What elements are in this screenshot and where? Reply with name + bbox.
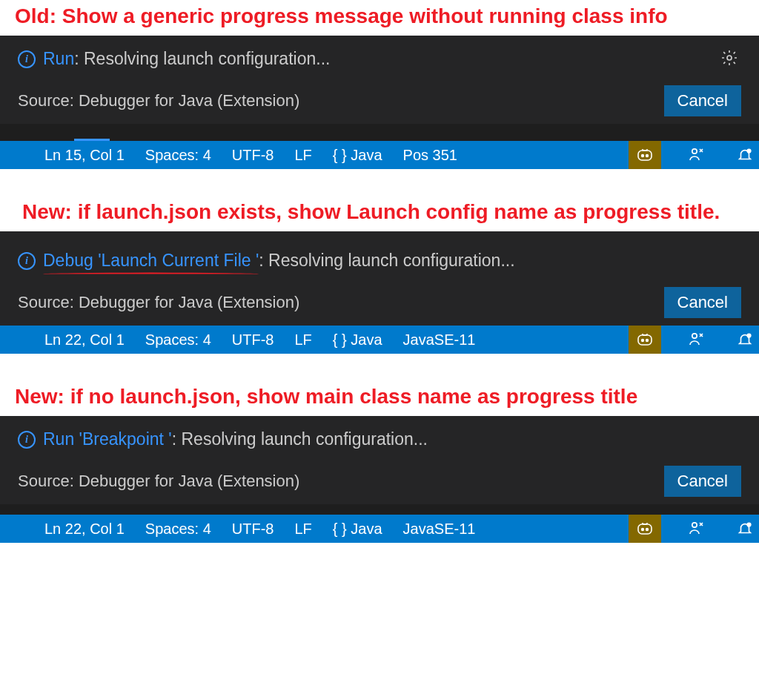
- svg-point-14: [692, 523, 697, 527]
- section-old: Old: Show a generic progress message wit…: [0, 0, 759, 169]
- info-icon: i: [18, 431, 36, 449]
- notification-old: i Run: Resolving launch configuration...…: [0, 36, 759, 124]
- notification-source: Source: Debugger for Java (Extension): [18, 293, 299, 312]
- notification-new1: i Debug 'Launch Current File ': Resolvin…: [0, 231, 759, 326]
- editor-strip: [0, 124, 759, 141]
- svg-point-8: [646, 340, 649, 342]
- cancel-button[interactable]: Cancel: [664, 85, 741, 116]
- status-eol[interactable]: LF: [294, 147, 311, 164]
- svg-point-5: [747, 149, 751, 153]
- svg-rect-1: [638, 151, 652, 160]
- svg-point-7: [642, 340, 644, 342]
- svg-point-9: [692, 334, 697, 338]
- title-rest: : Resolving launch configuration...: [259, 251, 514, 270]
- title-prefix: Run: [43, 49, 74, 68]
- svg-point-15: [747, 523, 751, 526]
- copilot-icon[interactable]: [629, 515, 661, 543]
- bell-icon[interactable]: [731, 326, 759, 354]
- notification-source: Source: Debugger for Java (Extension): [18, 472, 299, 491]
- caption-new1: New: if launch.json exists, show Launch …: [0, 196, 759, 231]
- status-ln-col[interactable]: Ln 22, Col 1: [44, 331, 125, 349]
- status-spaces[interactable]: Spaces: 4: [145, 331, 211, 349]
- status-spaces[interactable]: Spaces: 4: [145, 147, 211, 164]
- svg-point-12: [642, 529, 644, 531]
- svg-point-3: [646, 155, 649, 157]
- caption-old: Old: Show a generic progress message wit…: [0, 0, 759, 36]
- svg-point-2: [642, 155, 644, 157]
- title-prefix: Run 'Breakpoint ': [43, 429, 172, 449]
- bell-icon[interactable]: [731, 515, 759, 543]
- status-language[interactable]: { } Java: [333, 331, 382, 349]
- caption-new2: New: if no launch.json, show main class …: [0, 380, 759, 416]
- copilot-icon[interactable]: [629, 326, 661, 354]
- section-new-nolaunch: New: if no launch.json, show main class …: [0, 380, 759, 543]
- feedback-icon[interactable]: [682, 515, 710, 543]
- copilot-icon[interactable]: [629, 141, 661, 169]
- status-language[interactable]: { } Java: [333, 147, 382, 164]
- info-icon: i: [18, 50, 36, 68]
- status-ln-col[interactable]: Ln 15, Col 1: [44, 147, 125, 164]
- notification-title: Run 'Breakpoint ': Resolving launch conf…: [43, 429, 428, 449]
- status-ln-col[interactable]: Ln 22, Col 1: [44, 521, 125, 538]
- status-eol[interactable]: LF: [294, 521, 311, 538]
- notification-title: Run: Resolving launch configuration...: [43, 49, 330, 69]
- cancel-button[interactable]: Cancel: [664, 287, 741, 318]
- notification-title: Debug 'Launch Current File ': Resolving …: [43, 251, 515, 271]
- status-extra[interactable]: Pos 351: [403, 147, 457, 164]
- bell-icon[interactable]: [731, 141, 759, 169]
- title-rest: : Resolving launch configuration...: [172, 429, 428, 449]
- feedback-icon[interactable]: [682, 141, 710, 169]
- status-bar: Ln 15, Col 1 Spaces: 4 UTF-8 LF { } Java…: [0, 141, 759, 169]
- status-encoding[interactable]: UTF-8: [232, 147, 274, 164]
- title-prefix: Debug 'Launch Current File ': [43, 251, 259, 270]
- cancel-button[interactable]: Cancel: [664, 466, 741, 497]
- status-language[interactable]: { } Java: [333, 521, 382, 538]
- status-bar: Ln 22, Col 1 Spaces: 4 UTF-8 LF { } Java…: [0, 515, 759, 543]
- status-spaces[interactable]: Spaces: 4: [145, 521, 211, 538]
- svg-point-13: [646, 529, 649, 531]
- status-extra[interactable]: JavaSE-11: [403, 521, 476, 538]
- status-extra[interactable]: JavaSE-11: [403, 331, 476, 349]
- status-bar: Ln 22, Col 1 Spaces: 4 UTF-8 LF { } Java…: [0, 326, 759, 354]
- status-encoding[interactable]: UTF-8: [232, 521, 274, 538]
- svg-point-0: [727, 56, 732, 60]
- notification-new2: i Run 'Breakpoint ': Resolving launch co…: [0, 416, 759, 504]
- info-icon: i: [18, 252, 36, 270]
- section-new-launchjson: New: if launch.json exists, show Launch …: [0, 196, 759, 354]
- status-encoding[interactable]: UTF-8: [232, 331, 274, 349]
- gear-icon[interactable]: [720, 49, 738, 67]
- svg-rect-6: [638, 335, 652, 345]
- svg-point-4: [692, 149, 697, 153]
- status-eol[interactable]: LF: [294, 331, 311, 349]
- notification-source: Source: Debugger for Java (Extension): [18, 91, 299, 110]
- feedback-icon[interactable]: [682, 326, 710, 354]
- svg-point-10: [747, 334, 751, 337]
- editor-strip: [0, 504, 759, 515]
- title-rest: : Resolving launch configuration...: [74, 49, 330, 68]
- svg-rect-11: [638, 524, 652, 534]
